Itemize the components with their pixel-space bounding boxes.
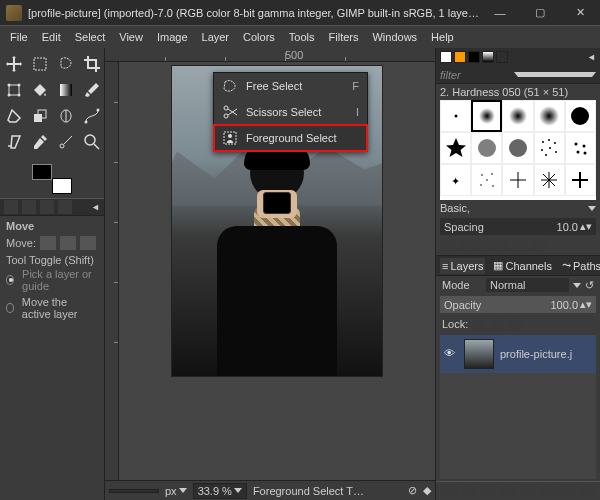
tab-brushes[interactable]	[440, 51, 452, 63]
smudge-tool[interactable]	[54, 104, 78, 128]
open-as-image-button[interactable]	[530, 239, 546, 253]
cancel-icon[interactable]: ⊘	[408, 484, 417, 497]
spinner-icon[interactable]: ▴▾	[580, 220, 592, 233]
spacing-slider[interactable]: Spacing 10.0 ▴▾	[440, 218, 596, 235]
menu-select[interactable]: Select	[69, 29, 112, 45]
brush-preset-select[interactable]: Basic,	[440, 202, 584, 214]
spinner-icon[interactable]: ▴▾	[580, 298, 592, 311]
fg-color-swatch[interactable]	[32, 164, 52, 180]
brush-item[interactable]: ✦	[440, 164, 471, 196]
measure-tool[interactable]	[54, 130, 78, 154]
tab-layers[interactable]: ≡ Layers	[440, 258, 485, 274]
opacity-slider[interactable]: Opacity 100.0 ▴▾	[440, 296, 596, 313]
menu-item-free-select[interactable]: Free Select F	[214, 73, 367, 99]
edit-brush-button[interactable]	[440, 239, 456, 253]
eraser-tool[interactable]	[2, 104, 26, 128]
radio-move-active[interactable]: Move the active layer	[6, 296, 98, 320]
brush-item[interactable]	[502, 164, 533, 196]
mask-button[interactable]	[559, 484, 575, 498]
move-mode-path[interactable]	[80, 236, 96, 250]
menu-filters[interactable]: Filters	[323, 29, 365, 45]
menu-item-foreground-select[interactable]: Foreground Select	[214, 125, 367, 151]
delete-brush-button[interactable]	[494, 239, 510, 253]
bucket-tool[interactable]	[28, 78, 52, 102]
color-swatches[interactable]	[32, 164, 72, 194]
brush-item[interactable]	[565, 132, 596, 164]
canvas-area[interactable]: Free Select F Scissors Select I Foregrou…	[105, 48, 435, 480]
menu-help[interactable]: Help	[425, 29, 460, 45]
new-layer-button[interactable]	[441, 484, 457, 498]
color-picker-tool[interactable]	[28, 130, 52, 154]
lower-layer-button[interactable]	[500, 484, 516, 498]
tab-tool-options[interactable]	[4, 200, 18, 214]
tab-device-status[interactable]	[22, 200, 36, 214]
lock-position-icon[interactable]	[490, 317, 504, 331]
bg-color-swatch[interactable]	[52, 178, 72, 194]
new-group-button[interactable]	[461, 484, 477, 498]
tab-menu-arrow[interactable]: ◄	[587, 52, 596, 62]
raise-layer-button[interactable]	[480, 484, 496, 498]
close-button[interactable]: ✕	[560, 0, 600, 26]
brush-item[interactable]	[471, 100, 502, 132]
menu-file[interactable]: File	[4, 29, 34, 45]
tab-channels[interactable]: ▦ Channels	[491, 257, 553, 274]
rect-select-tool[interactable]	[28, 52, 52, 76]
layer-item[interactable]: 👁 profile-picture.j	[440, 335, 596, 373]
refresh-brush-button[interactable]	[512, 239, 528, 253]
free-select-tool[interactable]	[54, 52, 78, 76]
new-brush-button[interactable]	[458, 239, 474, 253]
menu-edit[interactable]: Edit	[36, 29, 67, 45]
radio-pick-layer[interactable]: Pick a layer or guide	[6, 268, 98, 292]
brush-item[interactable]	[534, 132, 565, 164]
gradient-tool[interactable]	[54, 78, 78, 102]
menu-windows[interactable]: Windows	[366, 29, 423, 45]
menu-tools[interactable]: Tools	[283, 29, 321, 45]
brush-item[interactable]	[471, 132, 502, 164]
lock-alpha-icon[interactable]	[508, 317, 522, 331]
paintbrush-tool[interactable]	[80, 78, 104, 102]
zoom-tool[interactable]	[80, 130, 104, 154]
layer-thumbnail[interactable]	[464, 339, 494, 369]
clone-tool[interactable]	[28, 104, 52, 128]
lock-pixels-icon[interactable]	[472, 317, 486, 331]
maximize-button[interactable]: ▢	[520, 0, 560, 26]
text-tool[interactable]	[2, 130, 26, 154]
tab-images[interactable]	[58, 200, 72, 214]
brush-item[interactable]	[440, 100, 471, 132]
brush-item[interactable]	[534, 100, 565, 132]
menu-colors[interactable]: Colors	[237, 29, 281, 45]
minimize-button[interactable]: —	[480, 0, 520, 26]
mode-reset-icon[interactable]: ↺	[585, 279, 594, 292]
tab-gradients[interactable]	[482, 51, 494, 63]
delete-layer-button[interactable]	[579, 484, 595, 498]
path-tool[interactable]	[80, 104, 104, 128]
brush-item[interactable]	[471, 164, 502, 196]
tab-menu-arrow[interactable]: ◄	[91, 202, 100, 212]
duplicate-brush-button[interactable]	[476, 239, 492, 253]
brush-item[interactable]	[534, 164, 565, 196]
tab-paths[interactable]: ⤳ Paths	[560, 257, 600, 274]
menu-layer[interactable]: Layer	[196, 29, 236, 45]
brush-item[interactable]	[440, 132, 471, 164]
zoom-select[interactable]: 33.9 %	[193, 483, 247, 499]
brush-item[interactable]	[502, 132, 533, 164]
brush-item[interactable]	[565, 100, 596, 132]
visibility-toggle[interactable]: 👁	[444, 347, 458, 361]
crop-tool[interactable]	[80, 52, 104, 76]
layer-name[interactable]: profile-picture.j	[500, 348, 592, 360]
tab-undo-history[interactable]	[40, 200, 54, 214]
transform-tool[interactable]	[2, 78, 26, 102]
move-tool[interactable]	[2, 52, 26, 76]
merge-down-button[interactable]	[540, 484, 556, 498]
tab-palettes[interactable]	[496, 51, 508, 63]
menu-image[interactable]: Image	[151, 29, 194, 45]
mode-select[interactable]: Normal	[486, 278, 569, 292]
unit-select[interactable]: px	[165, 485, 187, 497]
tab-fonts[interactable]	[468, 51, 480, 63]
menu-item-scissors-select[interactable]: Scissors Select I	[214, 99, 367, 125]
move-mode-layer[interactable]	[40, 236, 56, 250]
brush-item[interactable]	[502, 100, 533, 132]
brush-item[interactable]	[565, 164, 596, 196]
navigation-icon[interactable]: ◆	[423, 484, 431, 497]
brush-filter[interactable]: filter	[436, 66, 600, 84]
